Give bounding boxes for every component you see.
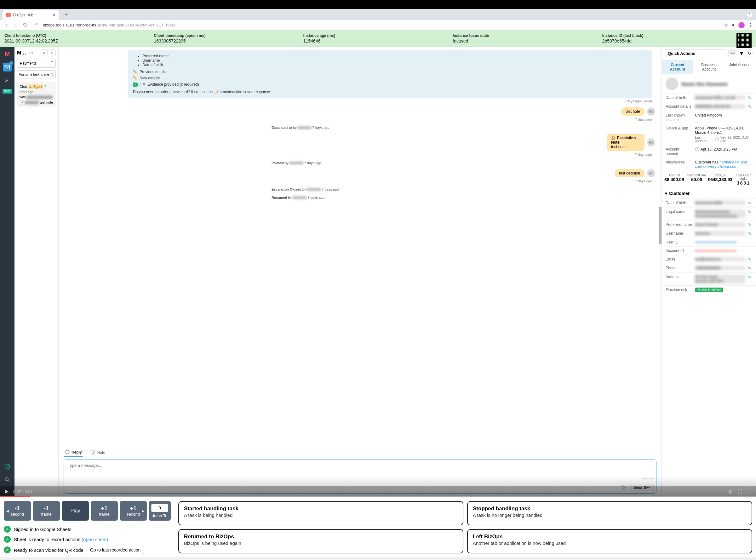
url-field[interactable]: bizops.tools.s101.nonprod-ffs.io/my-hub/… bbox=[43, 23, 720, 27]
info-card: Preferred name Username Date of birth ✏️… bbox=[128, 50, 652, 98]
redacted-value: Xxxxxxxxx 0000, xxx 00 bbox=[695, 96, 745, 100]
status-text: Ready to scan video for QR code bbox=[14, 547, 83, 553]
tab-current-account[interactable]: Current Account bbox=[662, 60, 693, 74]
edit-icon[interactable]: ✎ bbox=[748, 231, 752, 236]
btn-num: -1 bbox=[15, 505, 20, 512]
field-label: Last known location bbox=[665, 113, 692, 122]
status-text: Sheet is ready to record actions (open s… bbox=[14, 537, 108, 542]
logo-icon[interactable]: M bbox=[3, 49, 12, 58]
reload-button[interactable] bbox=[22, 22, 28, 28]
field-value: No risk identified bbox=[695, 287, 752, 292]
chat-icon: 💬 bbox=[65, 450, 69, 455]
info-label: Client timestamp (epoch ms) bbox=[154, 33, 303, 38]
tab-bar-menu[interactable]: ˅ bbox=[747, 12, 752, 17]
jump-input[interactable] bbox=[151, 504, 168, 512]
info-label: Instance age (ms) bbox=[303, 33, 453, 38]
forward-frame-button[interactable]: . +1 frame bbox=[91, 501, 118, 521]
triangle-left-icon: ◀ bbox=[6, 509, 9, 513]
gauge-icon[interactable] bbox=[3, 462, 12, 471]
badge: 1 bbox=[9, 61, 13, 64]
tab-close-icon[interactable]: ✕ bbox=[52, 13, 56, 17]
dropdown-icon[interactable]: ▼ bbox=[739, 51, 744, 56]
jump-to-control: Jump To bbox=[149, 501, 171, 521]
browser-menu-icon[interactable]: ⋮ bbox=[748, 22, 753, 28]
event-stopped-handling[interactable]: Stopped handling task A task is no longe… bbox=[467, 501, 752, 525]
search-button[interactable] bbox=[41, 49, 47, 56]
wrench-icon[interactable] bbox=[3, 76, 12, 85]
shortcuts-hint[interactable]: shortcuts bbox=[642, 477, 654, 480]
category-select[interactable]: Payments ˅ bbox=[17, 59, 56, 68]
event-title: Stopped handling task bbox=[473, 505, 747, 512]
refresh-button[interactable]: ↻ bbox=[746, 50, 753, 57]
edit-icon[interactable]: ✎ bbox=[748, 222, 752, 227]
summary-label: Last 4 card digits bbox=[732, 174, 755, 180]
play-button[interactable]: Play bbox=[62, 501, 89, 521]
message-meta: 7 days ago bbox=[65, 179, 652, 183]
field-label: Preferred name bbox=[665, 222, 692, 227]
btn-num: +1 bbox=[130, 505, 137, 512]
star-icon[interactable]: ☆ bbox=[723, 22, 728, 28]
new-tab-button[interactable]: + bbox=[62, 10, 71, 19]
edit-icon[interactable]: ✎ bbox=[748, 257, 752, 262]
customer-section-toggle[interactable]: ▾ Customer bbox=[662, 188, 756, 198]
env-tag: S101 bbox=[2, 89, 12, 94]
event-title: Returned to BizOps bbox=[184, 534, 458, 540]
event-left-bizops[interactable]: Left BizOps Another tab or application i… bbox=[467, 529, 752, 553]
open-sheet-link[interactable]: (open sheet) bbox=[82, 537, 108, 542]
redacted-value: XxxxxxxxxxxxxxxxxxXxxxxxxxxxxxxxxxxxxxxx bbox=[695, 209, 745, 218]
edit-icon[interactable]: ✎ bbox=[748, 266, 752, 271]
edit-icon[interactable]: ✎ bbox=[748, 104, 752, 109]
message-meta: 7 days ago bbox=[65, 153, 652, 157]
scrollbar-thumb[interactable] bbox=[659, 207, 661, 244]
forward-button[interactable] bbox=[13, 22, 19, 28]
inbox-icon[interactable]: 1 bbox=[3, 63, 12, 72]
fullscreen-icon[interactable] bbox=[737, 489, 743, 495]
qr-code bbox=[736, 33, 752, 48]
redacted-value: +00000000000 bbox=[695, 266, 745, 270]
browser-tab[interactable]: BizOps Hub ✕ bbox=[2, 10, 59, 20]
event-verb: Paused bbox=[272, 161, 284, 165]
goto-last-action-button[interactable]: Go to last recorded action bbox=[87, 546, 144, 554]
message-bubble: 📔 Escalation Note test note. RS bbox=[65, 134, 655, 151]
profile-avatar[interactable] bbox=[738, 22, 745, 28]
by-label: by bbox=[293, 126, 297, 129]
event-started-handling[interactable]: Started handling task A task is being ha… bbox=[178, 501, 463, 525]
forward-second-button[interactable]: ▶ +1 second bbox=[120, 501, 147, 521]
back-frame-button[interactable]: , -1 frame bbox=[33, 501, 60, 521]
summary-label: Account bbox=[663, 174, 685, 177]
event-returned-bizops[interactable]: Returned to BizOps BizOps is being used … bbox=[178, 529, 463, 553]
video-play-button[interactable] bbox=[4, 489, 9, 495]
tab-joint-account[interactable]: Joint Account bbox=[724, 60, 756, 74]
account-tabs: Current Account Business Account Joint A… bbox=[662, 60, 756, 74]
info-label: Instance ID (last block) bbox=[602, 33, 752, 38]
url-host: bizops.tools.s101.nonprod-ffs.io bbox=[43, 23, 100, 27]
edit-icon[interactable]: ✎ bbox=[748, 209, 752, 214]
edit-icon[interactable]: ✎ bbox=[748, 96, 752, 100]
bullet-item: Username bbox=[142, 58, 647, 63]
volume-icon[interactable] bbox=[727, 489, 733, 495]
back-button[interactable] bbox=[3, 22, 9, 28]
extensions-icon[interactable]: ✦ bbox=[731, 22, 735, 28]
tab-business-account[interactable]: Business Account bbox=[693, 60, 725, 74]
customer-avatar bbox=[665, 78, 678, 90]
message-input[interactable] bbox=[64, 460, 656, 475]
check-icon: ✓ bbox=[4, 526, 11, 533]
edit-icon[interactable]: ✎ bbox=[748, 275, 752, 279]
conversation-scroll[interactable]: Preferred name Username Date of birth ✏️… bbox=[59, 47, 661, 446]
video-menu-icon[interactable]: ⋮ bbox=[747, 489, 752, 495]
back-second-button[interactable]: ◀ -1 second bbox=[4, 501, 31, 521]
filter-button[interactable] bbox=[49, 49, 56, 56]
task-card[interactable]: Chat ⚠ Urgent 7 days ago with xxxxxxxxxx… bbox=[17, 82, 56, 107]
assign-task-button[interactable]: Assign a task to me ^1 bbox=[17, 70, 56, 78]
quick-actions-search[interactable]: Quick Actions bbox=[665, 49, 727, 57]
status-item: ✓ Signed in to Google Sheets bbox=[4, 526, 171, 533]
reply-tab[interactable]: 💬 Reply bbox=[64, 448, 83, 457]
search-icon[interactable] bbox=[3, 475, 12, 484]
prev-details-label: Previous details: bbox=[140, 69, 167, 74]
video-progress-bar[interactable] bbox=[0, 496, 756, 497]
note-tab[interactable]: 📝 Note bbox=[89, 448, 106, 457]
message-bubble: test decision RS bbox=[65, 169, 655, 177]
assign-kbd: ^1 bbox=[51, 73, 54, 76]
edit-icon[interactable]: ✎ bbox=[748, 201, 752, 205]
event-title: Left BizOps bbox=[473, 534, 747, 540]
